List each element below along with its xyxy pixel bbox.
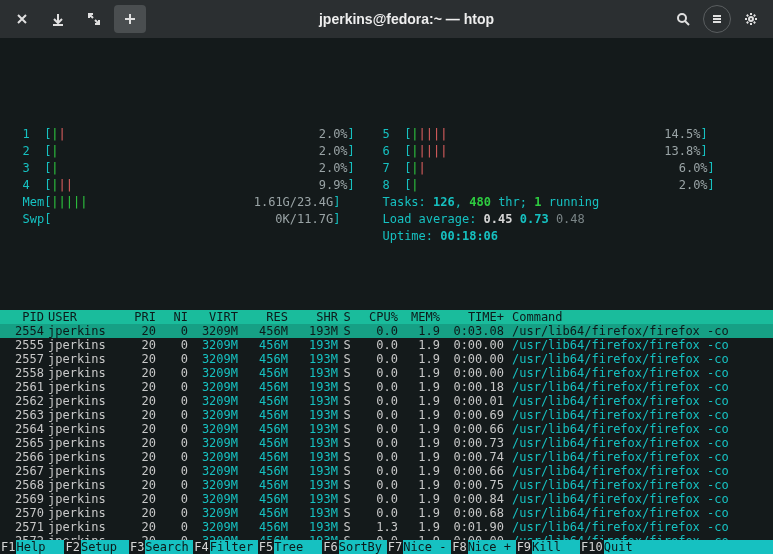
col-pid[interactable]: PID: [0, 310, 48, 324]
fkey-label: F9: [516, 540, 532, 554]
close-icon: [15, 12, 29, 26]
process-row[interactable]: 2563jperkins2003209M456M193MS0.01.90:00.…: [0, 408, 773, 422]
col-shr[interactable]: SHR: [288, 310, 338, 324]
fkey-action-tree[interactable]: Tree: [274, 540, 322, 554]
col-mem[interactable]: MEM%: [398, 310, 440, 324]
fkey-action-kill[interactable]: Kill: [532, 540, 580, 554]
terminal-output[interactable]: 1 [|| 2.0%] 5 [||||| 14.5%] 2 [| 2.0%] 6…: [0, 38, 773, 310]
process-header-row[interactable]: PID USER PRI NI VIRT RES SHR S CPU% MEM%…: [0, 310, 773, 324]
fkey-action-sortby[interactable]: SortBy: [339, 540, 387, 554]
process-row[interactable]: 2557jperkins2003209M456M193MS0.01.90:00.…: [0, 352, 773, 366]
process-row[interactable]: 2571jperkins2003209M456M193MS1.31.90:01.…: [0, 520, 773, 534]
function-key-bar: F1HelpF2SetupF3SearchF4FilterF5TreeF6Sor…: [0, 540, 773, 554]
fkey-label: F5: [258, 540, 274, 554]
col-virt[interactable]: VIRT: [188, 310, 238, 324]
process-row[interactable]: 2558jperkins2003209M456M193MS0.01.90:00.…: [0, 366, 773, 380]
process-row[interactable]: 2565jperkins2003209M456M193MS0.01.90:00.…: [0, 436, 773, 450]
process-row[interactable]: 2568jperkins2003209M456M193MS0.01.90:00.…: [0, 478, 773, 492]
fkey-label: F6: [322, 540, 338, 554]
fullscreen-icon: [87, 12, 101, 26]
process-row[interactable]: 2567jperkins2003209M456M193MS0.01.90:00.…: [0, 464, 773, 478]
search-icon: [676, 12, 690, 26]
uptime-line: Uptime: 00:18:06: [368, 228, 498, 245]
col-ni[interactable]: NI: [156, 310, 188, 324]
plus-icon: [123, 12, 137, 26]
process-list[interactable]: 2554jperkins2003209M456M193MS0.01.90:03.…: [0, 324, 773, 554]
fkey-label: F7: [387, 540, 403, 554]
fkey-action-setup[interactable]: Setup: [81, 540, 129, 554]
process-row[interactable]: 2566jperkins2003209M456M193MS0.01.90:00.…: [0, 450, 773, 464]
tasks-line: Tasks: 126, 480 thr; 1 running: [368, 194, 599, 211]
process-row[interactable]: 2564jperkins2003209M456M193MS0.01.90:00.…: [0, 422, 773, 436]
search-button[interactable]: [667, 5, 699, 33]
fkey-action-nice-+[interactable]: Nice +: [468, 540, 516, 554]
col-cmd[interactable]: Command: [508, 310, 773, 324]
fullscreen-button[interactable]: [78, 5, 110, 33]
fkey-label: F1: [0, 540, 16, 554]
col-res[interactable]: RES: [238, 310, 288, 324]
process-row[interactable]: 2569jperkins2003209M456M193MS0.01.90:00.…: [0, 492, 773, 506]
loadavg-line: Load average: 0.45 0.73 0.48: [368, 211, 585, 228]
process-row[interactable]: 2555jperkins2003209M456M193MS0.01.90:00.…: [0, 338, 773, 352]
fkey-action-nice--[interactable]: Nice -: [403, 540, 451, 554]
download-icon: [51, 12, 65, 26]
col-time[interactable]: TIME+: [440, 310, 508, 324]
fkey-label: F4: [193, 540, 209, 554]
process-row[interactable]: 2561jperkins2003209M456M193MS0.01.90:00.…: [0, 380, 773, 394]
col-cpu[interactable]: CPU%: [356, 310, 398, 324]
process-row[interactable]: 2562jperkins2003209M456M193MS0.01.90:00.…: [0, 394, 773, 408]
new-tab-button[interactable]: [114, 5, 146, 33]
process-row[interactable]: 2554jperkins2003209M456M193MS0.01.90:03.…: [0, 324, 773, 338]
col-s[interactable]: S: [338, 310, 356, 324]
fkey-action-quit[interactable]: Quit: [604, 540, 773, 554]
svg-point-1: [749, 17, 753, 21]
fkey-label: F10: [580, 540, 604, 554]
fkey-label: F3: [129, 540, 145, 554]
svg-point-0: [678, 14, 686, 22]
window-title: jperkins@fedora:~ — htop: [150, 11, 663, 27]
gear-icon: [744, 12, 758, 26]
fkey-label: F2: [64, 540, 80, 554]
hamburger-icon: [710, 12, 724, 26]
fkey-action-filter[interactable]: Filter: [210, 540, 258, 554]
download-button[interactable]: [42, 5, 74, 33]
close-tab-button[interactable]: [6, 5, 38, 33]
settings-button[interactable]: [735, 5, 767, 33]
window-titlebar: jperkins@fedora:~ — htop: [0, 0, 773, 38]
fkey-action-help[interactable]: Help: [16, 540, 64, 554]
col-pri[interactable]: PRI: [120, 310, 156, 324]
process-row[interactable]: 2570jperkins2003209M456M193MS0.01.90:00.…: [0, 506, 773, 520]
fkey-action-search[interactable]: Search: [145, 540, 193, 554]
fkey-label: F8: [451, 540, 467, 554]
col-user[interactable]: USER: [48, 310, 120, 324]
menu-button[interactable]: [703, 5, 731, 33]
